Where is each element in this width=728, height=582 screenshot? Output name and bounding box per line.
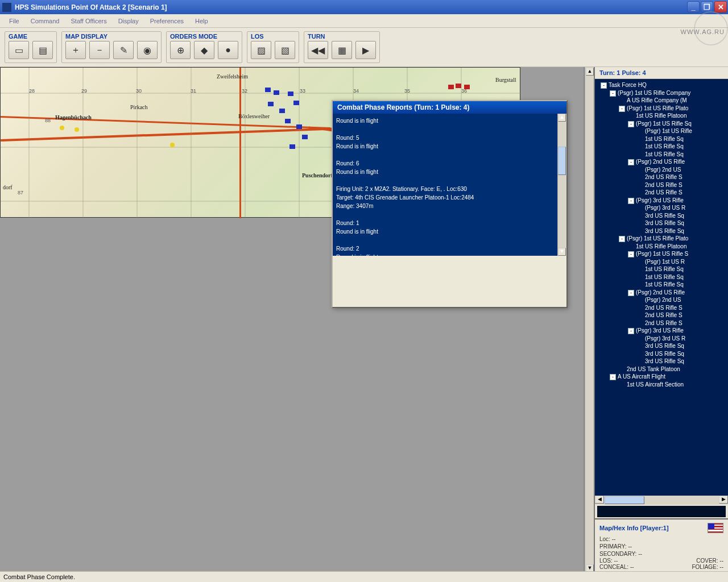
friendly-unit-icon[interactable] [302, 135, 308, 139]
tree-node[interactable]: -(Psgr) 1st US Rifle Company [596, 89, 727, 97]
game-screen-button[interactable]: ▭ [9, 41, 29, 59]
tree-node[interactable]: 2nd US Tank Platoon [596, 365, 727, 373]
zoom-out-button[interactable]: － [89, 41, 110, 59]
menu-file[interactable]: File [3, 16, 25, 26]
combat-report-header[interactable]: Combat Phase Reports (Turn: 1 Pulse: 4) [333, 101, 566, 114]
next-turn-button[interactable]: ▶ [355, 41, 376, 59]
target-mode-button[interactable]: ⊕ [170, 41, 191, 59]
friendly-unit-icon[interactable] [274, 90, 279, 95]
friendly-unit-icon[interactable] [279, 109, 285, 113]
tree-node[interactable]: 1st US Rifle Platoon [596, 243, 727, 251]
tree-node[interactable]: 2nd US Rifle S [596, 319, 727, 327]
tree-node[interactable]: -(Psgr) 2nd US Rifle [596, 158, 727, 166]
globe-toggle-button[interactable]: ◉ [137, 41, 158, 59]
menu-staff-officers[interactable]: Staff Officers [65, 16, 112, 26]
friendly-unit-icon[interactable] [268, 102, 274, 106]
tree-node[interactable]: (Psgr) 3rd US R [596, 204, 727, 212]
tree-node[interactable]: 1st US Rifle Sq [596, 151, 727, 159]
tree-node[interactable]: (Psgr) 2nd US [596, 296, 727, 304]
tree-node[interactable]: 1st US Rifle Sq [596, 143, 727, 151]
tree-node[interactable]: 1st US Aircraft Section [596, 381, 727, 389]
tree-node[interactable]: A US Rifle Company (M [596, 97, 727, 105]
menu-preferences[interactable]: Preferences [144, 16, 189, 26]
tree-node[interactable]: 1st US Rifle Sq [596, 273, 727, 281]
minimize-button[interactable]: _ [687, 1, 700, 13]
friendly-unit-icon[interactable] [289, 144, 295, 149]
tree-node[interactable]: 3rd US Rifle Sq [596, 342, 727, 350]
maximize-button[interactable]: ❐ [701, 1, 713, 13]
scroll-down-icon[interactable]: ▼ [558, 248, 566, 256]
tree-node[interactable]: -(Psgr) 1st US Rifle Plato [596, 105, 727, 113]
tree-node[interactable]: 3rd US Rifle Sq [596, 227, 727, 235]
combat-scrollbar[interactable]: ▲ ▼ [557, 114, 566, 256]
tree-horizontal-scrollbar[interactable]: ◀ ▶ [595, 496, 728, 505]
tree-node[interactable]: -(Psgr) 3rd US Rifle [596, 197, 727, 205]
tree-node[interactable]: -(Psgr) 2nd US Rifle [596, 289, 727, 297]
tree-node[interactable]: 3rd US Rifle Sq [596, 219, 727, 227]
zoom-in-button[interactable]: ＋ [65, 41, 86, 59]
close-button[interactable]: ✕ [714, 1, 727, 13]
tree-node[interactable]: -(Psgr) 1st US Rifle Plato [596, 235, 727, 243]
friendly-unit-icon[interactable] [296, 124, 302, 129]
friendly-unit-icon[interactable] [265, 88, 271, 92]
tree-toggle-icon[interactable]: - [601, 82, 607, 89]
tree-node[interactable]: 1st US Rifle Sq [596, 281, 727, 289]
tree-node[interactable]: (Psgr) 1st US R [596, 258, 727, 266]
tree-toggle-icon[interactable]: - [628, 290, 634, 296]
tree-node[interactable]: -(Psgr) 3rd US Rifle [596, 327, 727, 335]
tree-toggle-icon[interactable]: - [628, 251, 634, 257]
tree-toggle-icon[interactable]: - [628, 159, 634, 165]
tree-node[interactable]: 2nd US Rifle S [596, 304, 727, 312]
tree-toggle-icon[interactable]: - [628, 198, 634, 204]
tree-node[interactable]: -A US Aircraft Flight [596, 373, 727, 381]
scroll-left-icon[interactable]: ◀ [595, 496, 604, 504]
scroll-right-icon[interactable]: ▶ [719, 496, 728, 504]
los-on-button[interactable]: ▧ [275, 41, 295, 59]
friendly-unit-icon[interactable] [288, 92, 293, 96]
tree-node[interactable]: 3rd US Rifle Sq [596, 212, 727, 220]
tree-toggle-icon[interactable]: - [610, 90, 616, 97]
los-off-button[interactable]: ▨ [251, 41, 271, 59]
move-mode-button[interactable]: ◆ [194, 41, 214, 59]
tree-toggle-icon[interactable]: - [628, 121, 634, 127]
menu-display[interactable]: Display [113, 16, 144, 26]
menu-help[interactable]: Help [189, 16, 214, 26]
tree-node[interactable]: 2nd US Rifle S [596, 181, 727, 189]
map-pane[interactable]: HagenbüchachPirkachZweifelsheimPuschendo… [0, 67, 585, 573]
tree-node[interactable]: 3rd US Rifle Sq [596, 350, 727, 358]
unit-tree[interactable]: -Task Force HQ-(Psgr) 1st US Rifle Compa… [595, 79, 728, 496]
combat-report-body[interactable]: Round is in flight Round: 5Round is in f… [333, 114, 566, 256]
friendly-unit-icon[interactable] [285, 119, 291, 123]
play-turn-button[interactable]: ▦ [332, 41, 352, 59]
scroll-up-icon[interactable]: ▲ [586, 68, 594, 76]
tree-node[interactable]: 2nd US Rifle S [596, 173, 727, 181]
friendly-unit-icon[interactable] [293, 101, 299, 105]
tree-node[interactable]: (Psgr) 1st US Rifle [596, 127, 727, 135]
tree-node[interactable]: 2nd US Rifle S [596, 311, 727, 319]
scroll-up-icon[interactable]: ▲ [558, 114, 566, 122]
tree-node[interactable]: (Psgr) 2nd US [596, 166, 727, 174]
tree-node[interactable]: 2nd US Rifle S [596, 189, 727, 197]
marker-icon[interactable] [170, 143, 175, 147]
tree-node[interactable]: 3rd US Rifle Sq [596, 357, 727, 365]
marker-icon[interactable] [60, 126, 64, 130]
game-save-button[interactable]: ▤ [32, 41, 53, 59]
labels-toggle-button[interactable]: ✎ [113, 41, 134, 59]
tree-node[interactable]: 1st US Rifle Platoon [596, 112, 727, 120]
tree-toggle-icon[interactable]: - [610, 374, 616, 380]
scroll-thumb[interactable] [558, 147, 566, 175]
scroll-thumb[interactable] [605, 496, 644, 504]
enemy-unit-icon[interactable] [464, 85, 470, 89]
map-vertical-scrollbar[interactable]: ▲ ▼ [585, 67, 594, 573]
tree-node[interactable]: -(Psgr) 1st US Rifle S [596, 250, 727, 258]
marker-icon[interactable] [75, 127, 79, 132]
enemy-unit-icon[interactable] [456, 84, 461, 88]
hold-mode-button[interactable]: ● [218, 41, 238, 59]
tree-toggle-icon[interactable]: - [628, 328, 634, 334]
tree-node[interactable]: -Task Force HQ [596, 81, 727, 89]
tree-toggle-icon[interactable]: - [619, 106, 625, 112]
tree-node[interactable]: -(Psgr) 1st US Rifle Sq [596, 120, 727, 128]
tree-toggle-icon[interactable]: - [619, 236, 625, 242]
tree-node[interactable]: 1st US Rifle Sq [596, 265, 727, 273]
tree-node[interactable]: (Psgr) 3rd US R [596, 335, 727, 343]
